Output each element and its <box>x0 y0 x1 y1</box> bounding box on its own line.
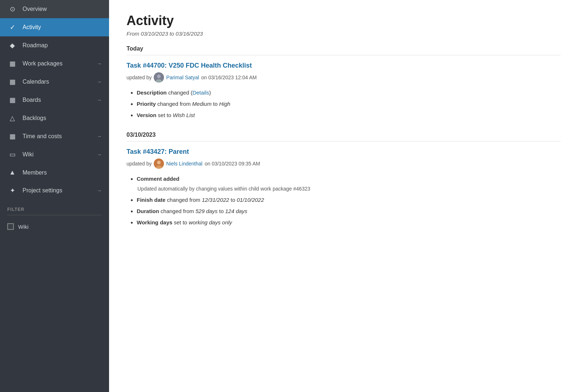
sidebar-label-boards: Boards <box>23 97 97 103</box>
sidebar-label-project-settings: Project settings <box>23 187 97 194</box>
calendars-icon: ▦ <box>7 78 17 86</box>
sidebar-item-project-settings[interactable]: ✦Project settings→ <box>0 181 109 200</box>
activity-icon: ✓ <box>7 23 17 31</box>
change-item-task-44700-0: Description changed (Details) <box>137 88 561 97</box>
task-title-task-43427[interactable]: Task #43427: Parent <box>127 148 189 156</box>
sidebar-item-overview[interactable]: ⊙Overview <box>0 0 109 18</box>
sidebar-label-overview: Overview <box>23 6 102 12</box>
sidebar: ⊙Overview✓Activity◆Roadmap▦Work packages… <box>0 0 109 392</box>
activity-meta-task-44700: updated byParimal Satyalon 03/16/2023 12… <box>127 72 561 83</box>
filter-item-wiki-filter[interactable]: Wiki <box>7 220 102 233</box>
changes-list-task-44700: Description changed (Details)Priority ch… <box>137 88 561 120</box>
task-title-task-44700[interactable]: Task #44700: V250 FDC Health Checklist <box>127 62 252 69</box>
project-settings-icon: ✦ <box>7 187 17 195</box>
section-today: TodayTask #44700: V250 FDC Health Checkl… <box>127 45 561 120</box>
section-heading-today: Today <box>127 45 561 55</box>
sidebar-arrow-time-and-costs: → <box>97 133 102 139</box>
date-range: From 03/10/2023 to 03/16/2023 <box>127 31 561 37</box>
sidebar-arrow-calendars: → <box>97 79 102 85</box>
user-link-niels[interactable]: Niels Lindenthal <box>166 161 202 167</box>
wiki-icon: ▭ <box>7 151 17 159</box>
change-item-task-43427-3: Working days set to working days only <box>137 217 561 227</box>
change-item-task-43427-1: Finish date changed from 12/31/2022 to 0… <box>137 195 561 205</box>
changes-list-task-43427: Comment addedUpdated automatically by ch… <box>137 174 561 227</box>
avatar-parimal <box>154 72 164 83</box>
sidebar-item-time-and-costs[interactable]: ▦Time and costs→ <box>0 127 109 145</box>
svg-point-1 <box>157 75 161 78</box>
sidebar-label-time-and-costs: Time and costs <box>23 133 97 140</box>
svg-point-4 <box>157 161 161 164</box>
change-item-task-43427-0: Comment addedUpdated automatically by ch… <box>137 174 561 193</box>
sidebar-arrow-project-settings: → <box>97 188 102 193</box>
change-item-task-44700-1: Priority changed from Medium to High <box>137 99 561 109</box>
filter-label: FILTER <box>7 207 102 212</box>
roadmap-icon: ◆ <box>7 41 17 49</box>
activity-date-task-43427: on 03/10/2023 09:35 AM <box>205 161 260 167</box>
sidebar-label-work-packages: Work packages <box>23 60 97 67</box>
filter-section: FILTERWiki <box>0 200 109 236</box>
sidebar-item-boards[interactable]: ▦Boards→ <box>0 91 109 109</box>
change-item-task-44700-2: Version set to Wish List <box>137 110 561 120</box>
activity-block-task-43427: Task #43427: Parentupdated byNiels Linde… <box>127 148 561 227</box>
activity-meta-task-43427: updated byNiels Lindenthalon 03/10/2023 … <box>127 159 561 169</box>
sidebar-item-backlogs[interactable]: △Backlogs <box>0 109 109 127</box>
main-content: Activity From 03/10/2023 to 03/16/2023 T… <box>109 0 578 392</box>
work-packages-icon: ▦ <box>7 60 17 68</box>
overview-icon: ⊙ <box>7 5 17 13</box>
sidebar-item-wiki[interactable]: ▭Wiki→ <box>0 145 109 164</box>
page-title: Activity <box>127 13 561 28</box>
sidebar-label-roadmap: Roadmap <box>23 42 102 49</box>
sections-container: TodayTask #44700: V250 FDC Health Checkl… <box>127 45 561 227</box>
avatar-niels <box>154 159 164 169</box>
sidebar-item-work-packages[interactable]: ▦Work packages→ <box>0 55 109 73</box>
backlogs-icon: △ <box>7 114 17 122</box>
sidebar-label-members: Members <box>23 169 102 176</box>
members-icon: ▲ <box>7 169 17 176</box>
activity-date-task-44700: on 03/16/2023 12:04 AM <box>201 75 257 80</box>
change-item-task-43427-2: Duration changed from 529 days to 124 da… <box>137 206 561 216</box>
updated-by-label: updated by <box>127 75 152 80</box>
filter-item-label-wiki-filter: Wiki <box>18 224 28 230</box>
time-and-costs-icon: ▦ <box>7 132 17 140</box>
sidebar-arrow-work-packages: → <box>97 61 102 67</box>
sidebar-label-activity: Activity <box>23 24 102 31</box>
sidebar-arrow-boards: → <box>97 97 102 103</box>
sidebar-item-roadmap[interactable]: ◆Roadmap <box>0 36 109 55</box>
sidebar-item-members[interactable]: ▲Members <box>0 164 109 181</box>
boards-icon: ▦ <box>7 96 17 104</box>
section-heading-2023-03-10: 03/10/2023 <box>127 132 561 141</box>
sidebar-label-calendars: Calendars <box>23 79 97 85</box>
sidebar-item-calendars[interactable]: ▦Calendars→ <box>0 73 109 91</box>
sidebar-item-activity[interactable]: ✓Activity <box>0 18 109 36</box>
sidebar-label-wiki: Wiki <box>23 151 97 158</box>
details-link[interactable]: Details <box>192 89 209 96</box>
section-2023-03-10: 03/10/2023Task #43427: Parentupdated byN… <box>127 132 561 227</box>
user-link-parimal[interactable]: Parimal Satyal <box>166 75 199 80</box>
updated-by-label: updated by <box>127 161 152 167</box>
sidebar-label-backlogs: Backlogs <box>23 115 102 121</box>
activity-block-task-44700: Task #44700: V250 FDC Health Checklistup… <box>127 62 561 120</box>
sidebar-arrow-wiki: → <box>97 152 102 157</box>
filter-checkbox-wiki-filter[interactable] <box>7 223 14 230</box>
